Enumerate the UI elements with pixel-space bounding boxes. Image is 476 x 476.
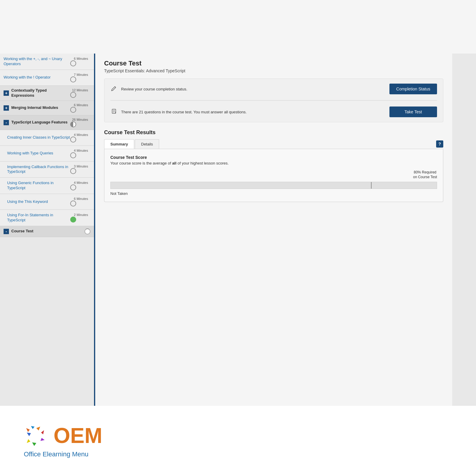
help-icon[interactable]: ? [436,140,443,148]
sidebar-item-status-icon [70,60,76,66]
sidebar-item-minutes: 6 Minutes [70,57,88,60]
sidebar-item-text: Using the This Keyword [7,199,70,204]
sidebar: Working with the +, -, and ~ Unary Opera… [0,54,95,406]
sidebar-item-callback-functions[interactable]: Implementing Callback Functions in TypeS… [0,162,94,178]
sidebar-item-status-icon [70,184,76,190]
sidebar-item-inner-classes[interactable]: Creating Inner Classes in TypeScript 4 M… [0,130,94,146]
completion-status-text: Review your course completion status. [121,87,187,91]
expand-icon: - [4,229,9,234]
info-divider [110,100,437,101]
sidebar-item-generic-functions[interactable]: Using Generic Functions in TypeScript 4 … [0,178,94,194]
sidebar-section-course-test[interactable]: - Course Test [0,226,94,237]
take-test-button[interactable]: Take Test [389,107,437,117]
score-desc-bold: all [172,161,176,165]
required-label-1: 80% Required [413,170,437,175]
oem-arrows-icon [24,424,48,447]
course-test-title: Course Test [104,60,443,67]
sidebar-section-status-icon [84,228,90,234]
sidebar-item-status-icon [70,76,76,82]
sidebar-section-text: Course Test [11,229,84,234]
pencil-icon [110,85,118,93]
score-bar-container [110,182,437,189]
sidebar-item-this-keyword[interactable]: Using the This Keyword 6 Minutes [0,194,94,210]
tab-summary[interactable]: Summary [104,139,134,149]
sidebar-item-minutes: 4 Minutes [70,133,88,137]
sidebar-item-text: Implementing Callback Functions in TypeS… [7,165,70,175]
sidebar-item-text: Working with the +, -, and ~ Unary Opera… [4,57,70,67]
expand-icon: - [4,120,9,125]
sidebar-item-status-icon [70,168,76,174]
score-desc-end: of your highest lesson scores. [176,161,229,165]
sidebar-section-status-icon [70,107,76,113]
sidebar-item-text: Working with Type Queries [7,151,70,156]
tabs-container: Summary Details ? [104,139,443,149]
expand-icon: + [4,105,9,111]
info-box: Review your course completion status. Co… [104,79,443,122]
sidebar-item-status-icon [70,137,76,143]
completion-status-button[interactable]: Completion Status [389,84,437,94]
sidebar-item-minutes: 3 Minutes [70,165,88,168]
sidebar-item-unary-operators[interactable]: Working with the +, -, and ~ Unary Opera… [0,54,94,70]
score-desc: Your course score is the average of all … [110,161,437,165]
score-title: Course Test Score [110,155,437,160]
oem-logo: OEM [24,424,102,447]
sidebar-item-minutes: 2 Minutes [70,213,88,217]
sidebar-item-minutes: 7 Minutes [70,73,88,76]
info-row-left-2: There are 21 questions in the course tes… [110,108,389,116]
sidebar-section-minutes: 26 Minutes [70,118,88,121]
sidebar-item-text: Using For-In Statements in TypeScript [7,213,70,223]
sidebar-item-minutes: 6 Minutes [70,197,88,201]
sidebar-item-minutes: 4 Minutes [70,149,88,152]
top-space [0,0,476,54]
tab-details[interactable]: Details [135,139,159,149]
sidebar-section-merging-internal[interactable]: + Merging Internal Modules 6 Minutes [0,101,94,115]
oem-brand-name: OEM [54,425,102,446]
score-bar-label: 80% Required on Course Test [413,170,437,179]
sidebar-item-status-icon [70,201,76,206]
sidebar-item-minutes: 4 Minutes [70,181,88,184]
results-panel: Course Test Score Your course score is t… [104,149,443,202]
info-row-take-test: There are 21 questions in the course tes… [110,107,437,117]
sidebar-section-text: Merging Internal Modules [11,105,70,110]
sidebar-section-status-icon [70,92,76,98]
take-test-text: There are 21 questions in the course tes… [121,110,247,114]
sidebar-item-status-icon [70,152,76,158]
sidebar-item-for-in[interactable]: Using For-In Statements in TypeScript 2 … [0,210,94,226]
sidebar-item-status-icon [70,217,76,223]
right-margin [452,54,476,406]
info-row-left: Review your course completion status. [110,85,389,93]
sidebar-section-minutes: 6 Minutes [70,103,88,107]
sidebar-item-text: Creating Inner Classes in TypeScript [7,135,70,140]
score-bar-marker [371,182,372,189]
oem-brand-subtitle: Office Elearning Menu [24,450,88,458]
sidebar-item-not-operator[interactable]: Working with the ! Operator 7 Minutes [0,70,94,86]
sidebar-section-minutes: 12 Minutes [70,88,88,92]
results-title: Course Test Results [104,129,443,136]
sidebar-section-typescript-language[interactable]: - TypeScript Language Features 26 Minute… [0,115,94,130]
main-content: Working with the +, -, and ~ Unary Opera… [0,54,476,406]
sidebar-item-text: Working with the ! Operator [4,75,70,80]
sidebar-section-contextually-typed[interactable]: + Contextually Typed Expressions 12 Minu… [0,86,94,101]
content-panel: Course Test TypeScript Essentials: Advan… [95,54,452,406]
page-wrapper: Working with the +, -, and ~ Unary Opera… [0,0,476,476]
course-test-subtitle: TypeScript Essentials: Advanced TypeScri… [104,68,443,73]
sidebar-section-text: Contextually Typed Expressions [11,88,70,98]
expand-icon: + [4,90,9,96]
required-label-2: on Course Test [413,175,437,180]
pencil2-icon [110,108,118,116]
not-taken-label: Not Taken [110,191,437,196]
bottom-branding: OEM Office Elearning Menu [0,406,476,476]
sidebar-section-status-icon [70,121,76,127]
score-desc-normal: Your course score is the average of [110,161,172,165]
sidebar-section-text: TypeScript Language Features [11,120,70,125]
sidebar-item-type-queries[interactable]: Working with Type Queries 4 Minutes [0,146,94,162]
info-row-completion: Review your course completion status. Co… [110,84,437,94]
sidebar-item-text: Using Generic Functions in TypeScript [7,181,70,191]
